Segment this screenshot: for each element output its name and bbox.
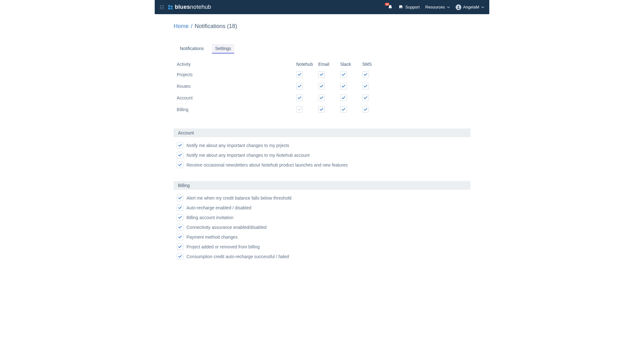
option-checkbox[interactable] — [177, 234, 183, 240]
breadcrumb: Home / Notifications (18) — [174, 14, 470, 37]
option-row: Receive occasional newsletters about Not… — [174, 160, 470, 170]
tab-settings[interactable]: Settings — [212, 44, 234, 54]
svg-point-4 — [162, 7, 163, 8]
col-email-header: Email — [318, 62, 340, 67]
tabs: Notifications Settings — [174, 44, 470, 54]
option-checkbox[interactable] — [177, 224, 183, 230]
table-header-row: Activity Notehub Email Slack SMS — [177, 62, 470, 67]
channel-checkbox[interactable] — [340, 94, 347, 101]
table-row: Projects — [177, 71, 470, 78]
logo-text: bluesnotehub — [175, 4, 211, 10]
svg-point-2 — [163, 5, 164, 6]
channel-checkbox[interactable] — [340, 71, 347, 78]
col-sms-header: SMS — [362, 62, 384, 67]
logo[interactable]: bluesnotehub — [167, 4, 211, 10]
channel-checkbox[interactable] — [362, 106, 369, 113]
section-account: Account Notify me about any important ch… — [174, 128, 470, 170]
breadcrumb-home[interactable]: Home — [174, 23, 189, 29]
channel-checkbox[interactable] — [340, 83, 347, 89]
option-label: Receive occasional newsletters about Not… — [186, 162, 348, 167]
option-row: Consumption credit auto-recharge success… — [174, 252, 470, 261]
option-label: Payment method changes — [186, 235, 238, 240]
svg-point-9 — [458, 6, 459, 7]
col-activity-header: Activity — [177, 62, 296, 67]
breadcrumb-separator: / — [191, 23, 192, 29]
activity-label: Billing — [177, 107, 296, 112]
table-row: Account — [177, 94, 470, 101]
col-notehub-header: Notehub — [296, 62, 318, 67]
option-row: Notify me about any important changes to… — [174, 150, 470, 160]
activity-channels-table: Activity Notehub Email Slack SMS Project… — [174, 62, 470, 113]
support-link[interactable]: Support — [398, 5, 420, 10]
option-checkbox[interactable] — [177, 204, 183, 211]
tab-notifications[interactable]: Notifications — [177, 44, 207, 54]
option-row: Alert me when my credit balance falls be… — [174, 193, 470, 203]
channel-checkbox[interactable] — [318, 71, 325, 78]
resources-label: Resources — [425, 5, 445, 9]
apps-grid-icon[interactable] — [160, 5, 164, 9]
resources-menu[interactable]: Resources — [425, 5, 450, 9]
option-label: Notify me about any important changes to… — [186, 143, 289, 148]
header-left: bluesnotehub — [160, 4, 211, 10]
channel-checkbox[interactable] — [296, 94, 303, 101]
top-nav: bluesnotehub 18 Support Resources Ange — [155, 0, 489, 14]
notifications-bell[interactable]: 18 — [388, 5, 393, 10]
option-label: Alert me when my credit balance falls be… — [186, 196, 291, 201]
option-row: Connectivity assurance enabled/disabled — [174, 222, 470, 232]
option-checkbox[interactable] — [177, 243, 183, 250]
option-label: Project added or removed from billing — [186, 244, 260, 249]
channel-checkbox[interactable] — [318, 83, 325, 89]
channel-checkbox[interactable] — [362, 94, 369, 101]
username-label: AngelaM — [463, 5, 479, 9]
option-row: Billing account invitation — [174, 212, 470, 222]
section-billing-header: Billing — [174, 181, 470, 190]
option-label: Connectivity assurance enabled/disabled — [186, 225, 267, 230]
section-billing: Billing Alert me when my credit balance … — [174, 181, 470, 261]
svg-point-5 — [163, 7, 164, 8]
channel-checkbox[interactable] — [340, 106, 347, 113]
option-label: Notify me about any important changes to… — [186, 153, 309, 158]
col-slack-header: Slack — [340, 62, 362, 67]
page-content: Home / Notifications (18) Notifications … — [155, 14, 489, 261]
table-row: Routes — [177, 83, 470, 89]
option-checkbox[interactable] — [177, 253, 183, 260]
svg-point-6 — [160, 8, 161, 9]
option-row: Notify me about any important changes to… — [174, 140, 470, 150]
channel-checkbox[interactable] — [362, 71, 369, 78]
option-label: Auto-recharge enabled / disabled — [186, 205, 251, 210]
chevron-down-icon — [481, 6, 484, 9]
channel-checkbox[interactable] — [318, 106, 325, 113]
channel-checkbox[interactable] — [296, 71, 303, 78]
activity-label: Projects — [177, 72, 296, 77]
svg-point-3 — [160, 7, 161, 8]
activity-label: Routes — [177, 84, 296, 89]
svg-point-0 — [160, 5, 161, 6]
option-checkbox[interactable] — [177, 195, 183, 201]
option-label: Consumption credit auto-recharge success… — [186, 254, 289, 259]
breadcrumb-current: Notifications (18) — [195, 23, 237, 29]
channel-checkbox[interactable] — [296, 83, 303, 89]
notification-badge: 18 — [385, 3, 389, 6]
chevron-down-icon — [447, 6, 450, 9]
header-right: 18 Support Resources AngelaM — [388, 4, 484, 10]
svg-point-1 — [162, 5, 163, 6]
activity-label: Account — [177, 95, 296, 100]
option-row: Auto-recharge enabled / disabled — [174, 203, 470, 212]
user-menu[interactable]: AngelaM — [456, 4, 484, 10]
option-checkbox[interactable] — [177, 142, 183, 149]
channel-checkbox[interactable] — [362, 83, 369, 89]
logo-icon — [167, 4, 174, 10]
chat-icon — [398, 5, 403, 10]
option-checkbox[interactable] — [177, 162, 183, 168]
svg-point-8 — [163, 8, 164, 9]
avatar-icon — [456, 4, 461, 10]
option-checkbox[interactable] — [177, 214, 183, 221]
channel-checkbox[interactable] — [318, 94, 325, 101]
support-label: Support — [405, 5, 420, 9]
option-label: Billing account invitation — [186, 215, 233, 220]
svg-point-7 — [162, 8, 163, 9]
option-checkbox[interactable] — [177, 152, 183, 158]
table-row: Billing — [177, 106, 470, 113]
channel-checkbox[interactable] — [296, 106, 303, 113]
option-row: Payment method changes — [174, 232, 470, 242]
